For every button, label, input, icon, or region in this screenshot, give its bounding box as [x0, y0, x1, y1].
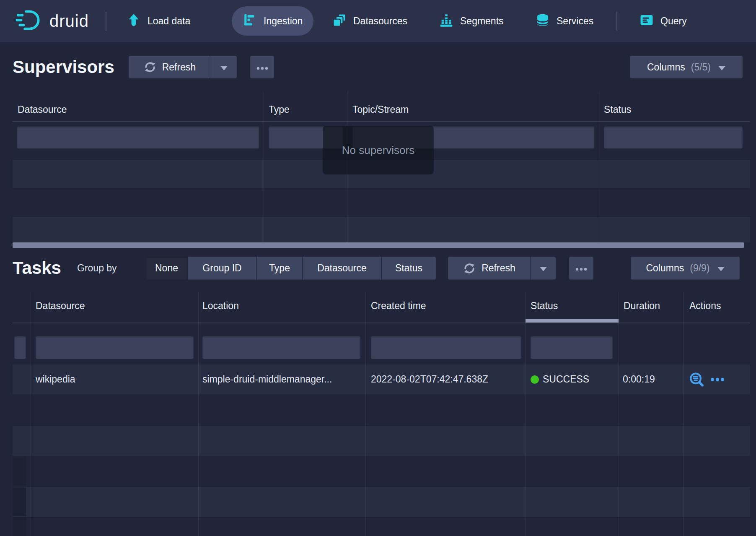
columns-count: (5/5): [691, 62, 711, 73]
column-header-actions[interactable]: Actions: [689, 300, 721, 312]
brand[interactable]: druid: [16, 0, 89, 42]
column-header-datasource[interactable]: Datasource: [36, 300, 85, 312]
filter-input-gutter[interactable]: [14, 336, 26, 359]
tasks-columns-button[interactable]: Columns (9/9): [631, 257, 740, 280]
horizontal-scrollbar[interactable]: [13, 242, 744, 248]
header-border: [13, 323, 750, 323]
filter-input-created-time[interactable]: [371, 336, 521, 359]
row-divider: [13, 456, 750, 456]
row-divider: [13, 188, 750, 188]
nav-item-label: Segments: [460, 16, 504, 27]
nav-item-ingestion[interactable]: Ingestion: [232, 6, 313, 36]
group-button-group-id[interactable]: Group ID: [188, 257, 257, 280]
columns-label: Columns: [646, 263, 684, 274]
database-icon: [536, 13, 550, 30]
column-header-status[interactable]: Status: [531, 300, 558, 312]
druid-console: druid Load data Ingestion: [0, 0, 756, 536]
column-header-datasource[interactable]: Datasource: [18, 104, 67, 115]
tasks-refresh-split: Refresh: [448, 257, 556, 280]
table-row: [13, 487, 750, 517]
column-header-duration[interactable]: Duration: [624, 300, 660, 312]
group-button-datasource[interactable]: Datasource: [303, 257, 382, 280]
refresh-dropdown-button[interactable]: [211, 56, 237, 78]
column-divider: [264, 91, 264, 242]
header-border: [13, 121, 750, 122]
nav-item-load-data[interactable]: Load data: [127, 0, 190, 42]
filter-input-datasource[interactable]: [17, 126, 259, 148]
group-button-none[interactable]: None: [146, 257, 188, 280]
top-nav: druid Load data Ingestion: [0, 0, 756, 42]
nav-item-segments[interactable]: Segments: [439, 0, 504, 42]
columns-count: (9/9): [690, 263, 709, 274]
group-button-type[interactable]: Type: [257, 257, 303, 280]
layers-icon: [332, 13, 347, 30]
row-gutter-cell: [13, 487, 26, 516]
tasks-title: Tasks: [13, 255, 61, 281]
cell-location: simple-druid-middlemanager...: [202, 374, 332, 385]
row-divider: [13, 364, 750, 364]
view-details-icon[interactable]: [689, 372, 704, 389]
row-actions-menu-icon[interactable]: [710, 377, 725, 384]
nav-item-services[interactable]: Services: [536, 0, 593, 42]
brand-wordmark: druid: [49, 12, 89, 31]
success-status-dot: [531, 375, 539, 384]
supervisors-refresh-split: Refresh: [129, 56, 237, 78]
group-button-status[interactable]: Status: [382, 257, 436, 280]
refresh-button[interactable]: Refresh: [129, 56, 211, 78]
upload-arrow-icon: [127, 13, 141, 30]
chevron-down-icon: [718, 62, 725, 73]
column-header-type[interactable]: Type: [269, 104, 290, 115]
column-divider: [599, 91, 599, 242]
row-divider: [13, 425, 750, 426]
chevron-down-icon: [220, 62, 228, 73]
table-row: [13, 425, 750, 456]
sort-indicator: [526, 319, 619, 323]
cell-datasource: wikipedia: [36, 374, 75, 385]
nav-divider: [616, 12, 617, 31]
nav-item-datasources[interactable]: Datasources: [332, 0, 407, 42]
column-divider: [526, 291, 526, 536]
column-header-status[interactable]: Status: [604, 104, 631, 115]
filter-input-status[interactable]: [531, 336, 613, 359]
tasks-more-button[interactable]: [569, 257, 593, 280]
refresh-icon: [463, 262, 476, 275]
nav-item-label: Datasources: [353, 16, 407, 27]
supervisors-columns-button[interactable]: Columns (5/5): [630, 56, 743, 78]
column-divider: [619, 291, 619, 536]
refresh-icon: [144, 61, 156, 73]
refresh-button[interactable]: Refresh: [448, 257, 531, 280]
gantt-chart-icon: [243, 13, 257, 29]
filter-input-location[interactable]: [202, 336, 360, 359]
column-header-location[interactable]: Location: [202, 300, 239, 312]
column-divider: [684, 291, 684, 536]
cell-duration: 0:00:19: [623, 374, 655, 385]
column-header-created-time[interactable]: Created time: [371, 300, 426, 312]
refresh-dropdown-button[interactable]: [531, 257, 556, 280]
segments-chart-icon: [439, 13, 453, 30]
row-divider: [13, 487, 750, 487]
row-gutter-cell: [13, 457, 26, 486]
nav-item-label: Ingestion: [264, 16, 303, 27]
nav-item-query[interactable]: Query: [639, 0, 687, 42]
column-header-topic-stream[interactable]: Topic/Stream: [352, 104, 409, 115]
more-icon: [256, 62, 268, 73]
nav-item-label: Query: [660, 16, 687, 27]
column-divider: [365, 291, 366, 536]
row-gutter-cell: [13, 518, 26, 536]
filter-input-status[interactable]: [604, 126, 743, 148]
row-divider: [13, 395, 750, 395]
more-icon: [575, 263, 587, 274]
chevron-down-icon: [540, 263, 547, 274]
refresh-label: Refresh: [162, 62, 196, 73]
column-divider: [31, 291, 31, 536]
table-row: [13, 216, 750, 242]
filter-input-datasource[interactable]: [36, 336, 194, 359]
supervisors-more-button[interactable]: [250, 56, 274, 78]
row-divider: [13, 517, 750, 518]
console-icon: [639, 13, 654, 30]
cell-status: SUCCESS: [543, 374, 589, 385]
no-supervisors-overlay: No supervisors: [323, 126, 434, 174]
column-divider: [198, 291, 199, 536]
cell-created-time: 2022-08-02T07:42:47.638Z: [371, 374, 488, 385]
group-by-label: Group by: [77, 257, 117, 280]
